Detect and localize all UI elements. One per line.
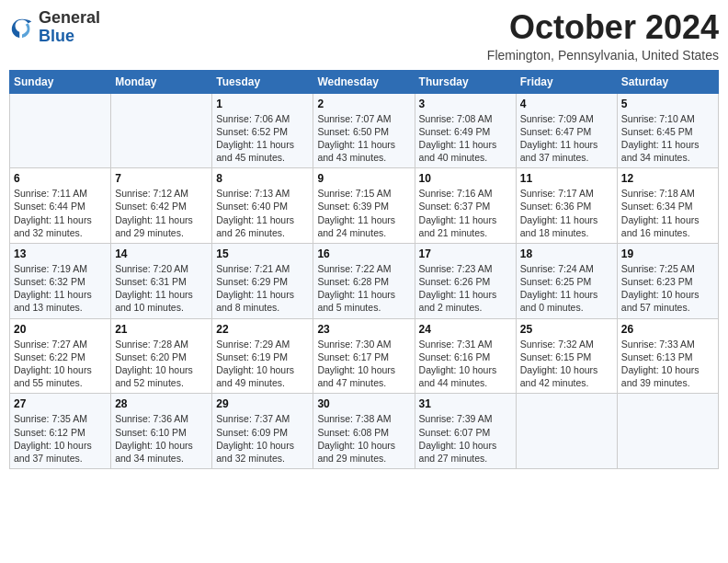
day-info: Sunrise: 7:20 AM Sunset: 6:31 PM Dayligh… — [115, 262, 208, 315]
calendar-day-header: Thursday — [415, 70, 516, 93]
day-info: Sunrise: 7:21 AM Sunset: 6:29 PM Dayligh… — [216, 262, 309, 315]
day-info: Sunrise: 7:18 AM Sunset: 6:34 PM Dayligh… — [621, 187, 714, 239]
day-number: 16 — [317, 247, 410, 260]
calendar-day-cell: 19Sunrise: 7:25 AM Sunset: 6:23 PM Dayli… — [617, 243, 718, 318]
calendar-day-cell: 16Sunrise: 7:22 AM Sunset: 6:28 PM Dayli… — [313, 243, 415, 318]
day-info: Sunrise: 7:35 AM Sunset: 6:12 PM Dayligh… — [14, 412, 107, 465]
calendar-day-cell: 29Sunrise: 7:37 AM Sunset: 6:09 PM Dayli… — [212, 394, 313, 469]
day-info: Sunrise: 7:11 AM Sunset: 6:44 PM Dayligh… — [14, 187, 107, 239]
day-number: 8 — [216, 172, 309, 185]
calendar-table: SundayMondayTuesdayWednesdayThursdayFrid… — [9, 70, 719, 469]
day-number: 29 — [216, 397, 309, 410]
day-number: 15 — [216, 247, 309, 260]
day-number: 21 — [115, 323, 208, 336]
calendar-day-cell: 15Sunrise: 7:21 AM Sunset: 6:29 PM Dayli… — [212, 243, 313, 318]
day-number: 11 — [520, 172, 613, 185]
calendar-day-cell: 17Sunrise: 7:23 AM Sunset: 6:26 PM Dayli… — [415, 243, 516, 318]
day-number: 30 — [317, 397, 410, 410]
calendar-day-cell: 14Sunrise: 7:20 AM Sunset: 6:31 PM Dayli… — [111, 243, 212, 318]
calendar-day-header: Monday — [111, 70, 212, 93]
day-number: 25 — [520, 323, 613, 336]
logo: General Blue — [9, 9, 100, 46]
day-number: 14 — [115, 247, 208, 260]
day-info: Sunrise: 7:08 AM Sunset: 6:49 PM Dayligh… — [419, 112, 512, 165]
calendar-day-cell: 3Sunrise: 7:08 AM Sunset: 6:49 PM Daylig… — [415, 93, 516, 168]
calendar-day-cell: 7Sunrise: 7:12 AM Sunset: 6:42 PM Daylig… — [111, 168, 212, 244]
calendar-day-cell: 27Sunrise: 7:35 AM Sunset: 6:12 PM Dayli… — [10, 394, 111, 469]
calendar-day-cell — [111, 93, 212, 168]
calendar-day-cell: 18Sunrise: 7:24 AM Sunset: 6:25 PM Dayli… — [516, 243, 617, 318]
calendar-day-cell: 23Sunrise: 7:30 AM Sunset: 6:17 PM Dayli… — [313, 318, 415, 394]
day-number: 12 — [621, 172, 714, 185]
day-info: Sunrise: 7:36 AM Sunset: 6:10 PM Dayligh… — [115, 412, 208, 465]
day-number: 22 — [216, 323, 309, 336]
day-info: Sunrise: 7:17 AM Sunset: 6:36 PM Dayligh… — [520, 187, 613, 239]
calendar-day-cell — [10, 93, 111, 168]
day-number: 9 — [317, 172, 410, 185]
location: Flemington, Pennsylvania, United States — [487, 48, 719, 63]
calendar-day-cell: 13Sunrise: 7:19 AM Sunset: 6:32 PM Dayli… — [10, 243, 111, 318]
calendar-day-cell: 28Sunrise: 7:36 AM Sunset: 6:10 PM Dayli… — [111, 394, 212, 469]
calendar-day-cell: 25Sunrise: 7:32 AM Sunset: 6:15 PM Dayli… — [516, 318, 617, 394]
calendar-day-cell: 2Sunrise: 7:07 AM Sunset: 6:50 PM Daylig… — [313, 93, 415, 168]
day-info: Sunrise: 7:23 AM Sunset: 6:26 PM Dayligh… — [419, 262, 512, 315]
calendar-day-header: Wednesday — [313, 70, 415, 93]
calendar-day-header: Tuesday — [212, 70, 313, 93]
day-number: 13 — [14, 247, 107, 260]
day-number: 24 — [419, 323, 512, 336]
logo-icon — [9, 15, 35, 40]
day-number: 4 — [520, 98, 613, 110]
calendar-header-row: SundayMondayTuesdayWednesdayThursdayFrid… — [10, 70, 719, 93]
page-header: General Blue October 2024 Flemington, Pe… — [9, 9, 719, 63]
calendar-week-row: 13Sunrise: 7:19 AM Sunset: 6:32 PM Dayli… — [10, 243, 719, 318]
calendar-day-cell: 6Sunrise: 7:11 AM Sunset: 6:44 PM Daylig… — [10, 168, 111, 244]
day-number: 1 — [216, 98, 309, 110]
calendar-day-cell: 22Sunrise: 7:29 AM Sunset: 6:19 PM Dayli… — [212, 318, 313, 394]
day-info: Sunrise: 7:06 AM Sunset: 6:52 PM Dayligh… — [216, 112, 309, 165]
calendar-week-row: 27Sunrise: 7:35 AM Sunset: 6:12 PM Dayli… — [10, 394, 719, 469]
day-info: Sunrise: 7:38 AM Sunset: 6:08 PM Dayligh… — [317, 412, 410, 465]
day-number: 19 — [621, 247, 714, 260]
day-number: 23 — [317, 323, 410, 336]
day-info: Sunrise: 7:07 AM Sunset: 6:50 PM Dayligh… — [317, 112, 410, 165]
day-number: 5 — [621, 98, 714, 110]
calendar-day-cell — [617, 394, 718, 469]
calendar-week-row: 6Sunrise: 7:11 AM Sunset: 6:44 PM Daylig… — [10, 168, 719, 244]
day-info: Sunrise: 7:22 AM Sunset: 6:28 PM Dayligh… — [317, 262, 410, 315]
calendar-day-cell: 26Sunrise: 7:33 AM Sunset: 6:13 PM Dayli… — [617, 318, 718, 394]
day-info: Sunrise: 7:33 AM Sunset: 6:13 PM Dayligh… — [621, 338, 714, 390]
day-info: Sunrise: 7:19 AM Sunset: 6:32 PM Dayligh… — [14, 262, 107, 315]
day-info: Sunrise: 7:29 AM Sunset: 6:19 PM Dayligh… — [216, 338, 309, 390]
day-info: Sunrise: 7:37 AM Sunset: 6:09 PM Dayligh… — [216, 412, 309, 465]
logo-text: General Blue — [39, 9, 100, 46]
calendar-day-cell: 24Sunrise: 7:31 AM Sunset: 6:16 PM Dayli… — [415, 318, 516, 394]
day-info: Sunrise: 7:24 AM Sunset: 6:25 PM Dayligh… — [520, 262, 613, 315]
calendar-day-header: Sunday — [10, 70, 111, 93]
day-number: 31 — [419, 397, 512, 410]
calendar-day-cell: 21Sunrise: 7:28 AM Sunset: 6:20 PM Dayli… — [111, 318, 212, 394]
calendar-day-cell: 12Sunrise: 7:18 AM Sunset: 6:34 PM Dayli… — [617, 168, 718, 244]
day-info: Sunrise: 7:25 AM Sunset: 6:23 PM Dayligh… — [621, 262, 714, 315]
month-title: October 2024 — [487, 9, 719, 46]
day-number: 26 — [621, 323, 714, 336]
day-info: Sunrise: 7:12 AM Sunset: 6:42 PM Dayligh… — [115, 187, 208, 239]
day-info: Sunrise: 7:28 AM Sunset: 6:20 PM Dayligh… — [115, 338, 208, 390]
day-number: 17 — [419, 247, 512, 260]
day-number: 6 — [14, 172, 107, 185]
calendar-day-cell: 1Sunrise: 7:06 AM Sunset: 6:52 PM Daylig… — [212, 93, 313, 168]
calendar-body: 1Sunrise: 7:06 AM Sunset: 6:52 PM Daylig… — [10, 93, 719, 468]
day-info: Sunrise: 7:31 AM Sunset: 6:16 PM Dayligh… — [419, 338, 512, 390]
day-number: 27 — [14, 397, 107, 410]
day-info: Sunrise: 7:30 AM Sunset: 6:17 PM Dayligh… — [317, 338, 410, 390]
day-info: Sunrise: 7:32 AM Sunset: 6:15 PM Dayligh… — [520, 338, 613, 390]
calendar-day-cell: 4Sunrise: 7:09 AM Sunset: 6:47 PM Daylig… — [516, 93, 617, 168]
calendar-day-cell: 10Sunrise: 7:16 AM Sunset: 6:37 PM Dayli… — [415, 168, 516, 244]
day-number: 2 — [317, 98, 410, 110]
day-info: Sunrise: 7:16 AM Sunset: 6:37 PM Dayligh… — [419, 187, 512, 239]
day-number: 10 — [419, 172, 512, 185]
calendar-week-row: 20Sunrise: 7:27 AM Sunset: 6:22 PM Dayli… — [10, 318, 719, 394]
calendar-day-cell: 31Sunrise: 7:39 AM Sunset: 6:07 PM Dayli… — [415, 394, 516, 469]
day-info: Sunrise: 7:27 AM Sunset: 6:22 PM Dayligh… — [14, 338, 107, 390]
calendar-day-cell: 11Sunrise: 7:17 AM Sunset: 6:36 PM Dayli… — [516, 168, 617, 244]
calendar-day-cell: 9Sunrise: 7:15 AM Sunset: 6:39 PM Daylig… — [313, 168, 415, 244]
